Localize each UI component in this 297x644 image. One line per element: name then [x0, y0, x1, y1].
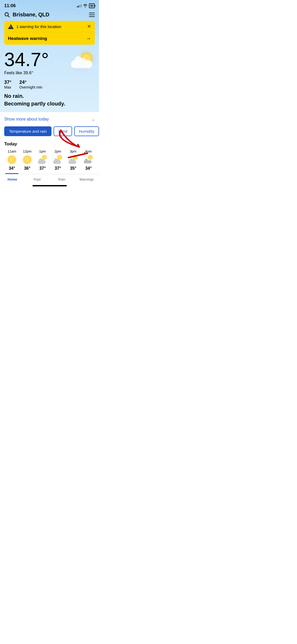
- min-temp-value: 24°: [19, 80, 42, 85]
- conditions-text: No rain. Becoming partly cloudy.: [0, 89, 99, 107]
- warning-banner: 1 warning for this location ✕ Heatwave w…: [4, 21, 95, 45]
- hourly-grid: 11am 34° 12pm 36° 1pm: [4, 149, 95, 174]
- feels-like: Feels like 39.6°: [4, 71, 49, 75]
- location-text[interactable]: Brisbane, QLD: [13, 12, 49, 18]
- page-wrapper: 11:06 80: [0, 0, 99, 189]
- sun-small-11am: [8, 156, 16, 164]
- sky-background: 11:06 80: [0, 0, 99, 112]
- hour-col-4pm: 4pm 34°: [81, 149, 95, 174]
- tab-bar: Temperature and rain Wind Humidity S: [0, 126, 99, 139]
- chevron-down-icon: ⌵: [92, 116, 95, 122]
- wifi-icon: [83, 4, 88, 8]
- nav-warnings[interactable]: Warnings: [74, 177, 99, 181]
- hour-time-2pm: 2pm: [54, 149, 61, 153]
- hamburger-line-3: [89, 16, 95, 17]
- status-time: 11:06: [4, 3, 16, 8]
- nav-rain-label: Rain: [58, 177, 65, 181]
- nav-past[interactable]: Past: [25, 177, 50, 181]
- hour-temp-1pm: 37°: [39, 166, 46, 171]
- tab-temperature-rain[interactable]: Temperature and rain: [4, 126, 51, 136]
- search-header: Brisbane, QLD: [0, 10, 99, 21]
- hour-icon-4pm: [84, 155, 93, 164]
- main-temperature: 34.7°: [4, 50, 49, 69]
- haze-line-2: [72, 69, 88, 70]
- sun-cloud-icon: [71, 53, 95, 71]
- cloud-small-3pm: [68, 160, 76, 164]
- nav-past-label: Past: [34, 177, 41, 181]
- hour-col-2pm: 2pm 37°: [50, 149, 65, 174]
- hour-temp-11am: 34°: [9, 166, 15, 171]
- warning-triangle-icon: [8, 24, 14, 29]
- min-temp-item: 24° Overnight min: [19, 80, 42, 89]
- battery-level: 80: [90, 4, 93, 7]
- max-temp-value: 37°: [4, 80, 11, 85]
- temp-left: 34.7° Feels like 39.6°: [4, 50, 49, 75]
- battery-icon: 80: [89, 3, 95, 8]
- warning-top-row: 1 warning for this location ✕: [4, 21, 95, 32]
- hour-time-4pm: 4pm: [85, 149, 92, 153]
- nav-rain[interactable]: Rain: [50, 177, 74, 181]
- cloud-icon: [71, 60, 92, 68]
- hour-icon-12pm: [22, 155, 32, 164]
- warning-arrow-icon: →: [86, 35, 91, 42]
- show-more-text: Show more about today: [4, 117, 49, 122]
- signal-bar-2: [78, 6, 79, 7]
- signal-icon: [77, 4, 82, 7]
- warning-count-text: 1 warning for this location: [16, 24, 61, 29]
- cloud-small-2pm: [53, 160, 61, 164]
- hour-icon-2pm: [53, 155, 63, 164]
- hour-time-3pm: 3pm: [70, 149, 76, 153]
- warning-left: 1 warning for this location: [8, 24, 61, 29]
- hour-temp-4pm: 34°: [85, 166, 92, 171]
- hamburger-line-1: [89, 13, 95, 13]
- svg-line-1: [8, 16, 9, 17]
- cloud-small-4pm: [84, 160, 92, 163]
- close-warning-button[interactable]: ✕: [87, 24, 91, 29]
- hour-temp-2pm: 37°: [55, 166, 61, 171]
- signal-bar-4: [81, 4, 82, 7]
- hour-icon-1pm: [38, 155, 47, 164]
- min-temp-label: Overnight min: [19, 85, 42, 89]
- hour-time-1pm: 1pm: [39, 149, 46, 153]
- weather-icon-area: [71, 53, 95, 71]
- hour-col-12pm: 12pm 36°: [20, 149, 35, 174]
- status-icons: 80: [77, 3, 95, 8]
- heatwave-label: Heatwave warning: [8, 36, 47, 41]
- max-temp-label: Max: [4, 85, 11, 89]
- home-indicator: [0, 183, 99, 189]
- cloud-small-1pm: [38, 160, 46, 164]
- hamburger-line-2: [89, 15, 95, 15]
- nav-home[interactable]: Home: [0, 177, 25, 181]
- sun-small-4pm: [88, 155, 93, 160]
- hour-col-1pm: 1pm 37°: [35, 149, 50, 174]
- signal-bar-3: [79, 5, 80, 7]
- max-temp-item: 37° Max: [4, 80, 11, 89]
- nav-warnings-label: Warnings: [79, 177, 94, 181]
- hamburger-icon[interactable]: [89, 13, 95, 17]
- haze-icon: [71, 68, 92, 71]
- bottom-nav: Home Past Rain Warnings: [0, 174, 99, 183]
- hour-time-11am: 11am: [8, 149, 16, 153]
- temperature-section: 34.7° Feels like 39.6°: [0, 45, 99, 78]
- hour-time-12pm: 12pm: [23, 149, 32, 153]
- hour-temp-12pm: 36°: [24, 166, 30, 171]
- hour-col-11am: 11am 34°: [4, 149, 20, 174]
- signal-bar-1: [77, 6, 78, 7]
- tab-wind[interactable]: Wind: [54, 126, 72, 136]
- nav-home-label: Home: [8, 177, 17, 181]
- hour-icon-11am: [7, 155, 17, 164]
- status-bar: 11:06 80: [0, 0, 99, 10]
- no-rain-text: No rain.: [4, 93, 95, 99]
- hour-temp-3pm: 35°: [70, 166, 76, 171]
- haze-line-1: [71, 68, 89, 68]
- feels-like-text: Feels like 39.6°: [4, 71, 33, 75]
- hour-col-3pm: 3pm 35°: [65, 149, 81, 174]
- haze-line-3: [74, 71, 87, 71]
- hour-icon-3pm: [68, 155, 78, 164]
- today-label: Today: [4, 141, 95, 147]
- show-more-row[interactable]: Show more about today ⌵: [0, 112, 99, 126]
- warning-bottom-row[interactable]: Heatwave warning →: [4, 32, 95, 45]
- search-left: Brisbane, QLD: [4, 12, 49, 18]
- search-icon[interactable]: [4, 12, 10, 18]
- tab-humidity[interactable]: Humidity: [74, 126, 99, 136]
